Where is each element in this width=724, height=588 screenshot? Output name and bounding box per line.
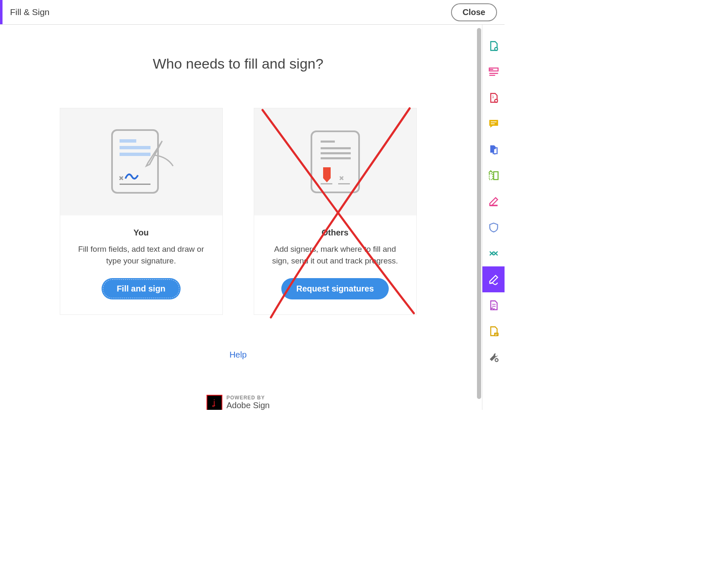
compress-icon: λ bbox=[488, 248, 500, 259]
svg-text:λ: λ bbox=[492, 252, 494, 255]
compress-tool[interactable]: λ bbox=[482, 240, 505, 266]
create-pdf-icon: λ bbox=[488, 92, 500, 104]
header-left: Fill & Sign bbox=[0, 0, 50, 24]
comment-icon bbox=[488, 118, 500, 130]
accent-strip bbox=[0, 0, 3, 24]
tools-rail: λ λ bbox=[482, 25, 505, 410]
help-link[interactable]: Help bbox=[0, 350, 476, 360]
organize-pages-icon bbox=[488, 170, 500, 182]
others-card: Others Add signers, mark where to fill a… bbox=[254, 108, 417, 315]
page-title: Fill & Sign bbox=[10, 7, 50, 17]
others-card-title: Others bbox=[266, 228, 405, 238]
svg-rect-9 bbox=[321, 157, 351, 159]
svg-rect-14 bbox=[489, 69, 493, 70]
svg-rect-4 bbox=[120, 184, 150, 185]
svg-rect-17 bbox=[494, 172, 498, 180]
svg-rect-8 bbox=[321, 152, 351, 154]
content-scrollbar[interactable] bbox=[476, 25, 482, 410]
sign-document-icon bbox=[99, 124, 183, 199]
svg-rect-5 bbox=[311, 131, 359, 192]
powered-text: POWERED BY Adobe Sign bbox=[227, 395, 270, 410]
svg-rect-10 bbox=[321, 183, 332, 184]
send-for-comments-tool[interactable] bbox=[482, 318, 505, 344]
you-card-title: You bbox=[72, 228, 211, 238]
create-pdf-tool[interactable]: λ bbox=[482, 85, 505, 111]
svg-rect-2 bbox=[120, 146, 150, 149]
combine-files-tool[interactable] bbox=[482, 137, 505, 163]
fill-sign-icon bbox=[488, 274, 500, 285]
more-tools-icon bbox=[488, 351, 500, 363]
you-card-desc: Fill form fields, add text and draw or t… bbox=[72, 243, 211, 266]
powered-by: ʝ POWERED BY Adobe Sign bbox=[0, 395, 476, 410]
scrollbar-thumb[interactable] bbox=[477, 28, 481, 399]
export-pdf-tool[interactable] bbox=[482, 33, 505, 59]
svg-rect-22 bbox=[494, 333, 499, 336]
send-for-comments-icon bbox=[488, 325, 500, 337]
more-tools-tool[interactable] bbox=[482, 344, 505, 370]
powered-brand: Adobe Sign bbox=[227, 401, 270, 410]
edit-pdf-icon bbox=[488, 66, 500, 78]
cards-row: You Fill form fields, add text and draw … bbox=[0, 108, 476, 315]
request-signatures-button[interactable]: Request signatures bbox=[281, 278, 389, 299]
you-illustration bbox=[60, 108, 222, 215]
redact-tool[interactable] bbox=[482, 189, 505, 215]
svg-rect-18 bbox=[489, 174, 492, 179]
svg-rect-3 bbox=[120, 153, 150, 156]
combine-files-icon bbox=[488, 144, 500, 156]
protect-icon bbox=[488, 222, 500, 233]
fill-sign-tool[interactable] bbox=[482, 266, 505, 292]
header-bar: Fill & Sign Close bbox=[0, 0, 505, 25]
others-card-desc: Add signers, mark where to fill and sign… bbox=[266, 243, 405, 266]
content-area: Who needs to fill and sign? bbox=[0, 25, 476, 410]
adobe-sign-logo-icon: ʝ bbox=[206, 395, 222, 410]
prepare-form-icon bbox=[488, 299, 500, 311]
svg-rect-6 bbox=[321, 141, 335, 143]
close-button[interactable]: Close bbox=[451, 3, 497, 21]
organize-pages-tool[interactable] bbox=[482, 163, 505, 189]
prepare-form-tool[interactable] bbox=[482, 292, 505, 318]
svg-text:λ: λ bbox=[492, 95, 494, 99]
edit-pdf-tool[interactable] bbox=[482, 59, 505, 85]
others-card-body: Others Add signers, mark where to fill a… bbox=[254, 215, 416, 314]
svg-rect-11 bbox=[338, 183, 350, 184]
redact-icon bbox=[488, 196, 500, 207]
svg-rect-1 bbox=[120, 139, 136, 143]
powered-label: POWERED BY bbox=[227, 395, 270, 401]
others-illustration bbox=[254, 108, 416, 215]
export-pdf-icon bbox=[488, 40, 500, 52]
main-heading: Who needs to fill and sign? bbox=[0, 56, 476, 72]
comment-tool[interactable] bbox=[482, 111, 505, 137]
request-signature-icon bbox=[300, 126, 371, 197]
fill-and-sign-button[interactable]: Fill and sign bbox=[102, 278, 181, 299]
you-card: You Fill form fields, add text and draw … bbox=[60, 108, 223, 315]
svg-rect-7 bbox=[321, 147, 351, 149]
protect-tool[interactable] bbox=[482, 215, 505, 240]
you-card-body: You Fill form fields, add text and draw … bbox=[60, 215, 222, 314]
